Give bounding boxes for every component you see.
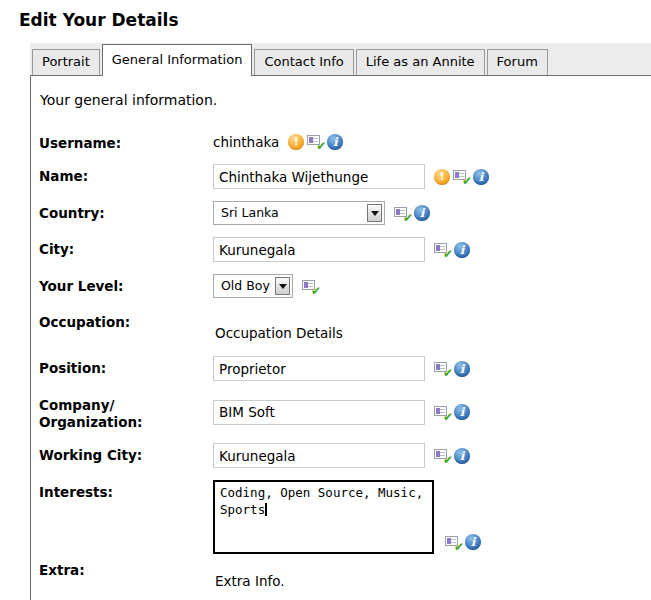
tab-bar: Portrait General Information Contact Inf…: [30, 43, 651, 75]
position-label: Position:: [39, 356, 213, 381]
info-icon[interactable]: i: [327, 134, 343, 150]
company-row: Company/ Organization: ✔ i: [39, 393, 651, 431]
country-label: Country:: [39, 201, 213, 225]
name-input[interactable]: [213, 164, 425, 189]
approve-card-icon[interactable]: ✔: [394, 206, 411, 221]
name-label: Name:: [39, 164, 213, 189]
info-icon[interactable]: i: [454, 242, 470, 258]
level-select[interactable]: Old Boy: [213, 274, 293, 298]
info-icon[interactable]: i: [454, 404, 470, 420]
username-row: Username: chinthaka ! ✔ i: [39, 131, 651, 152]
username-label: Username:: [39, 131, 213, 152]
level-label: Your Level:: [39, 274, 213, 298]
approve-card-icon[interactable]: ✔: [307, 134, 324, 149]
info-icon[interactable]: i: [465, 534, 481, 550]
country-selected-value: Sri Lanka: [214, 202, 384, 224]
name-row: Name: ! ✔ i: [39, 164, 651, 189]
approve-card-icon[interactable]: ✔: [434, 405, 451, 420]
city-input[interactable]: [213, 237, 425, 262]
country-select[interactable]: Sri Lanka: [213, 201, 385, 225]
dropdown-arrow-icon[interactable]: [275, 277, 290, 295]
company-input[interactable]: [213, 400, 425, 425]
page-title: Edit Your Details: [19, 10, 651, 30]
position-row: Position: ✔ i: [39, 356, 651, 381]
approve-card-icon[interactable]: ✔: [434, 448, 451, 463]
occupation-label: Occupation:: [39, 310, 213, 341]
city-label: City:: [39, 237, 213, 262]
tab-general-information[interactable]: General Information: [102, 44, 253, 76]
interests-row: Interests: Coding, Open Source, Music, S…: [39, 480, 651, 554]
tab-life-as-an-annite[interactable]: Life as an Annite: [356, 49, 485, 75]
occupation-row: Occupation: Occupation Details: [39, 310, 651, 341]
working-city-input[interactable]: [213, 443, 425, 468]
info-icon[interactable]: i: [454, 448, 470, 464]
approve-card-icon[interactable]: ✔: [453, 169, 470, 184]
tab-contact-info[interactable]: Contact Info: [254, 49, 353, 75]
info-icon[interactable]: i: [454, 361, 470, 377]
level-row: Your Level: Old Boy ✔: [39, 274, 651, 298]
extra-label: Extra:: [39, 558, 213, 589]
company-label: Company/ Organization:: [39, 393, 213, 431]
username-value: chinthaka: [213, 134, 279, 150]
city-row: City: ✔ i: [39, 237, 651, 262]
country-row: Country: Sri Lanka ✔ i: [39, 201, 651, 225]
extra-info-heading: Extra Info.: [213, 558, 285, 589]
info-icon[interactable]: i: [414, 205, 430, 221]
approve-card-icon[interactable]: ✔: [434, 242, 451, 257]
working-city-label: Working City:: [39, 443, 213, 468]
tab-panel: Your general information. Username: chin…: [30, 75, 651, 600]
working-city-row: Working City: ✔ i: [39, 443, 651, 468]
approve-card-icon[interactable]: ✔: [302, 279, 319, 294]
panel-intro-text: Your general information.: [40, 92, 651, 108]
dropdown-arrow-icon[interactable]: [367, 204, 382, 222]
approve-card-icon[interactable]: ✔: [445, 535, 462, 550]
interests-textarea[interactable]: Coding, Open Source, Music, Sports: [213, 480, 434, 554]
tab-portrait[interactable]: Portrait: [32, 49, 100, 75]
tab-forum[interactable]: Forum: [487, 49, 548, 75]
approve-card-icon[interactable]: ✔: [434, 361, 451, 376]
occupation-details-heading: Occupation Details: [213, 310, 343, 341]
info-icon[interactable]: i: [473, 169, 489, 185]
warning-icon[interactable]: !: [434, 169, 450, 185]
text-cursor: [265, 503, 267, 516]
position-input[interactable]: [213, 356, 425, 381]
warning-icon[interactable]: !: [288, 134, 304, 150]
interests-label: Interests:: [39, 480, 213, 554]
extra-row: Extra: Extra Info.: [39, 558, 651, 589]
